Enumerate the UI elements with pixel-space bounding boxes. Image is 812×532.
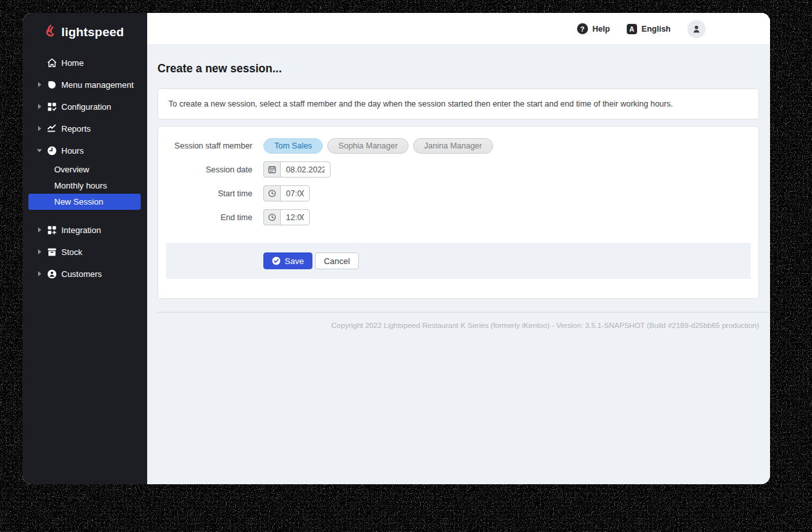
sidebar-item-label: Hours bbox=[61, 146, 84, 156]
staff-member-label: Session staff member bbox=[158, 141, 252, 150]
staff-chip-janina-manager[interactable]: Janina Manager bbox=[413, 138, 493, 154]
stock-icon bbox=[46, 247, 57, 258]
chevron-right-icon bbox=[36, 82, 43, 87]
sidebar-item-integration[interactable]: Integration bbox=[23, 219, 147, 241]
session-date-input[interactable] bbox=[280, 161, 330, 178]
end-time-row: End time bbox=[158, 209, 758, 225]
staff-chip-sophia-manager[interactable]: Sophia Manager bbox=[327, 138, 409, 154]
sidebar-item-label: Configuration bbox=[61, 102, 111, 112]
start-time-label: Start time bbox=[158, 189, 252, 198]
customers-icon bbox=[46, 269, 57, 280]
cancel-button[interactable]: Cancel bbox=[315, 252, 359, 269]
sidebar-item-customers[interactable]: Customers bbox=[23, 263, 147, 285]
chevron-right-icon bbox=[36, 126, 43, 131]
sidebar-nav: Home Menu management Configuration bbox=[23, 41, 147, 285]
chip-label: Tom Sales bbox=[274, 141, 312, 150]
chevron-right-icon bbox=[36, 271, 43, 276]
help-icon: ? bbox=[577, 23, 588, 34]
hours-clock-icon bbox=[46, 145, 57, 156]
sidebar-item-label: Customers bbox=[61, 269, 102, 279]
language-label: English bbox=[642, 25, 671, 34]
home-icon bbox=[46, 57, 57, 68]
sidebar-item-label: Menu management bbox=[61, 80, 134, 90]
menu-management-icon bbox=[46, 79, 57, 90]
clock-icon bbox=[263, 185, 280, 201]
sidebar-item-home[interactable]: Home bbox=[23, 52, 147, 74]
hours-submenu: Overview Monthly hours New Session bbox=[23, 161, 147, 210]
sidebar-item-hours[interactable]: Hours bbox=[23, 139, 147, 161]
end-time-label: End time bbox=[158, 213, 252, 222]
footer-divider bbox=[157, 312, 770, 312]
session-date-row: Session date bbox=[158, 161, 758, 178]
subitem-label: Monthly hours bbox=[54, 181, 107, 190]
chip-label: Janina Manager bbox=[424, 141, 482, 150]
sidebar-item-configuration[interactable]: Configuration bbox=[23, 96, 147, 118]
sidebar-subitem-monthly-hours[interactable]: Monthly hours bbox=[23, 178, 147, 194]
chevron-right-icon bbox=[36, 249, 43, 254]
save-button[interactable]: Save bbox=[263, 252, 312, 269]
translate-icon: A bbox=[627, 24, 637, 34]
subitem-label: New Session bbox=[54, 197, 103, 207]
language-button[interactable]: A English bbox=[627, 24, 671, 34]
end-time-input[interactable] bbox=[280, 209, 310, 225]
reports-icon bbox=[46, 123, 57, 134]
chevron-right-icon bbox=[36, 104, 43, 109]
end-time-group bbox=[263, 209, 310, 225]
flame-icon bbox=[43, 24, 57, 41]
save-label: Save bbox=[285, 256, 304, 266]
configuration-icon bbox=[46, 101, 57, 112]
user-avatar[interactable] bbox=[687, 20, 705, 38]
sidebar: lightspeed Home Menu management bbox=[23, 13, 147, 484]
sidebar-item-stock[interactable]: Stock bbox=[23, 241, 147, 263]
staff-member-row: Session staff member Tom Sales Sophia Ma… bbox=[158, 138, 758, 154]
help-button[interactable]: ? Help bbox=[577, 23, 610, 34]
session-date-group bbox=[263, 161, 330, 178]
person-icon bbox=[691, 23, 702, 35]
copyright-text: Copyright 2022 Lightspeed Restaurant K S… bbox=[157, 322, 759, 329]
stage: lightspeed Home Menu management bbox=[0, 0, 812, 532]
integration-icon bbox=[46, 225, 57, 236]
staff-chip-tom-sales[interactable]: Tom Sales bbox=[263, 138, 323, 154]
intro-text: To create a new session, select a staff … bbox=[168, 99, 673, 108]
intro-message: To create a new session, select a staff … bbox=[157, 88, 759, 119]
sidebar-subitem-overview[interactable]: Overview bbox=[23, 161, 147, 178]
brand-name: lightspeed bbox=[61, 25, 124, 39]
start-time-row: Start time bbox=[158, 185, 758, 201]
cancel-label: Cancel bbox=[324, 256, 350, 266]
help-label: Help bbox=[593, 25, 610, 34]
page-content: Create a new session... To create a new … bbox=[147, 45, 770, 484]
main-area: ? Help A English Create a new session...… bbox=[147, 13, 770, 484]
sidebar-item-menu-management[interactable]: Menu management bbox=[23, 74, 147, 96]
subitem-label: Overview bbox=[54, 165, 89, 174]
topbar: ? Help A English bbox=[147, 13, 770, 45]
start-time-group bbox=[263, 185, 310, 201]
calendar-icon bbox=[263, 161, 280, 178]
sidebar-item-label: Home bbox=[61, 58, 84, 68]
chevron-right-icon bbox=[36, 227, 43, 232]
app-window: lightspeed Home Menu management bbox=[23, 13, 770, 484]
check-circle-icon bbox=[272, 256, 281, 265]
sidebar-subitem-new-session[interactable]: New Session bbox=[28, 194, 141, 210]
form-actions: Save Cancel bbox=[166, 243, 751, 279]
staff-member-options: Tom Sales Sophia Manager Janina Manager bbox=[263, 138, 498, 154]
clock-icon bbox=[263, 209, 280, 225]
session-form: Session staff member Tom Sales Sophia Ma… bbox=[157, 126, 759, 299]
chevron-down-icon bbox=[36, 149, 43, 152]
lightspeed-logo[interactable]: lightspeed bbox=[23, 13, 147, 41]
sidebar-item-label: Reports bbox=[61, 124, 91, 134]
page-title: Create a new session... bbox=[157, 62, 759, 76]
chip-label: Sophia Manager bbox=[338, 141, 398, 150]
sidebar-item-label: Integration bbox=[61, 225, 101, 235]
sidebar-item-reports[interactable]: Reports bbox=[23, 118, 147, 139]
start-time-input[interactable] bbox=[280, 185, 310, 201]
sidebar-item-label: Stock bbox=[61, 247, 83, 257]
session-date-label: Session date bbox=[158, 165, 252, 174]
